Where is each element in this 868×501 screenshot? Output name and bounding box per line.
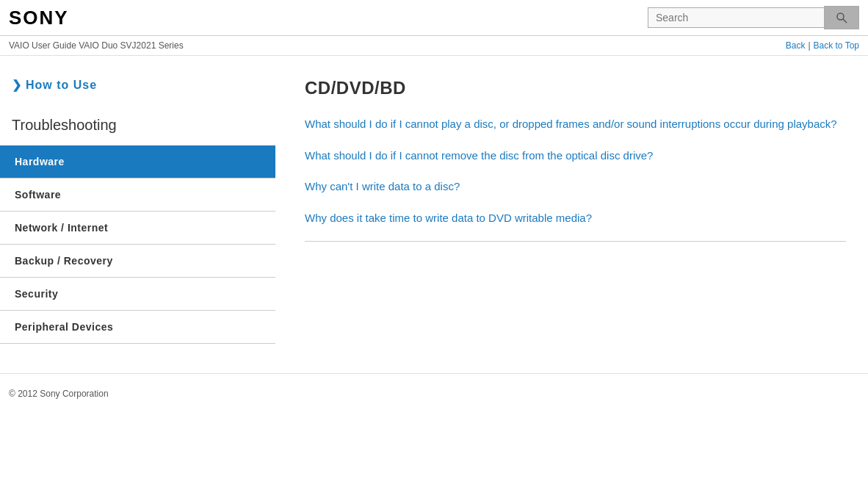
- sidebar-nav-item-backup--recovery[interactable]: Backup / Recovery: [0, 245, 275, 278]
- sony-logo: SONY: [9, 7, 69, 29]
- back-links: Back | Back to Top: [786, 40, 859, 51]
- search-button[interactable]: [824, 6, 859, 29]
- chevron-right-icon: ❯: [12, 78, 21, 92]
- troubleshooting-heading: Troubleshooting: [0, 111, 275, 140]
- svg-point-0: [837, 13, 844, 20]
- content-link-3[interactable]: Why does it take time to write data to D…: [305, 210, 846, 227]
- content-link-1[interactable]: What should I do if I cannot remove the …: [305, 148, 846, 165]
- sidebar: ❯ How to Use Troubleshooting HardwareSof…: [0, 56, 275, 358]
- sidebar-nav-item-hardware[interactable]: Hardware: [0, 145, 275, 179]
- breadcrumb-separator: |: [808, 40, 810, 51]
- content-links: What should I do if I cannot play a disc…: [305, 116, 846, 226]
- back-to-top-link[interactable]: Back to Top: [814, 40, 859, 51]
- search-icon: [836, 12, 847, 24]
- sidebar-nav-item-peripheral-devices[interactable]: Peripheral Devices: [0, 311, 275, 344]
- search-area: [648, 6, 859, 29]
- sidebar-nav-item-security[interactable]: Security: [0, 278, 275, 311]
- guide-title: VAIO User Guide VAIO Duo SVJ2021 Series: [9, 40, 184, 51]
- main-layout: ❯ How to Use Troubleshooting HardwareSof…: [0, 56, 868, 358]
- sidebar-nav-item-network--internet[interactable]: Network / Internet: [0, 212, 275, 245]
- sidebar-nav-item-software[interactable]: Software: [0, 179, 275, 212]
- page-title: CD/DVD/BD: [305, 78, 846, 98]
- search-input[interactable]: [648, 7, 824, 28]
- nav-list: HardwareSoftwareNetwork / InternetBackup…: [0, 145, 275, 344]
- footer: © 2012 Sony Corporation: [0, 373, 868, 414]
- breadcrumb-bar: VAIO User Guide VAIO Duo SVJ2021 Series …: [0, 36, 868, 56]
- content-link-0[interactable]: What should I do if I cannot play a disc…: [305, 116, 846, 133]
- how-to-use-section[interactable]: ❯ How to Use: [0, 71, 275, 99]
- content-link-2[interactable]: Why can't I write data to a disc?: [305, 179, 846, 195]
- svg-line-1: [843, 19, 847, 23]
- content-area: CD/DVD/BD What should I do if I cannot p…: [275, 56, 868, 358]
- header: SONY: [0, 0, 868, 36]
- back-link[interactable]: Back: [786, 40, 806, 51]
- content-divider: [305, 241, 846, 242]
- how-to-use-label: How to Use: [26, 79, 97, 92]
- copyright-text: © 2012 Sony Corporation: [9, 389, 109, 399]
